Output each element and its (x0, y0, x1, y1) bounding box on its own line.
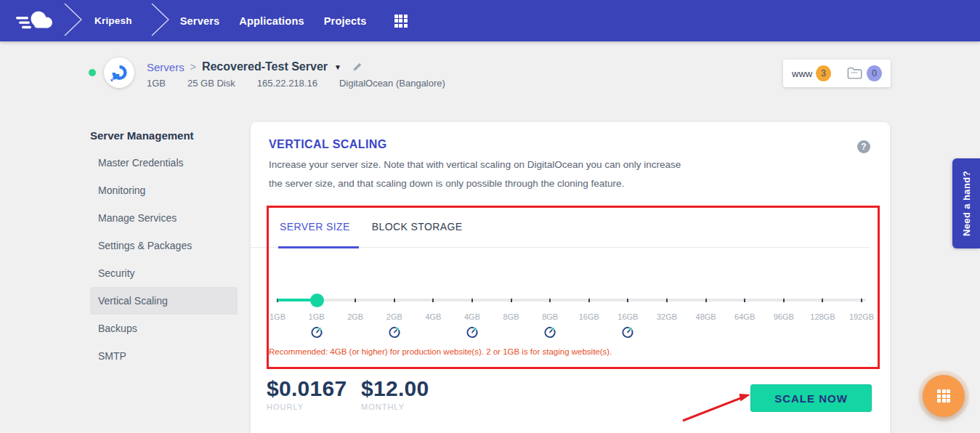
slider-stop-label: 4GB (425, 312, 441, 321)
slider-stop-label: 32GB (657, 312, 677, 321)
server-status-dot (89, 69, 96, 76)
apps-grid-icon[interactable] (394, 15, 408, 28)
nav-item-projects[interactable]: Projects (324, 15, 367, 27)
slider-tick[interactable] (471, 299, 473, 302)
slider-stop-label: 96GB (774, 312, 794, 321)
server-header-badges: www 3 www 0 (783, 60, 891, 87)
sidebar-item-security[interactable]: Security (90, 259, 238, 287)
projects-count-badge[interactable]: 0 (867, 65, 882, 81)
breadcrumb-separator: > (190, 61, 196, 73)
need-a-hand-label: Need a hand? (961, 171, 972, 236)
nav-item-applications[interactable]: Applications (239, 15, 304, 27)
tab-server-size[interactable]: SERVER SIZE (280, 221, 350, 247)
breadcrumb-chevron-icon (64, 3, 83, 39)
slider-handle[interactable] (310, 294, 324, 307)
monthly-price: $12.00 MONTHLY (361, 376, 429, 411)
need-a-hand-tab[interactable]: Need a hand? (952, 158, 980, 248)
server-dropdown-caret-icon[interactable]: ▼ (334, 63, 341, 71)
premium-gauge-icon (621, 325, 635, 339)
vertical-scaling-panel: VERTICAL SCALING ? Increase your server … (251, 122, 890, 433)
premium-gauge-icon (466, 325, 479, 339)
sidebar-item-settings-packages[interactable]: Settings & Packages (90, 232, 238, 259)
server-ram: 1GB (147, 78, 166, 89)
slider-tick[interactable] (432, 299, 434, 302)
slider-stop-label: 16GB (617, 312, 638, 321)
sidebar-item-backups[interactable]: Backups (90, 315, 238, 342)
slider-stop-label: 64GB (734, 312, 755, 321)
grid-icon (937, 389, 950, 402)
server-specs: 1GB 25 GB Disk 165.22.218.16 DigitalOcea… (147, 78, 467, 89)
slider-stop-label: 1GB (270, 312, 286, 321)
premium-gauge-icon (309, 325, 323, 339)
slider-stop-label: 48GB (696, 312, 716, 321)
projects-folder-icon: www (847, 66, 863, 81)
server-provider: DigitalOcean (Bangalore) (339, 78, 445, 89)
sidebar: Server Management Master CredentialsMoni… (90, 121, 238, 370)
slider-tick[interactable] (511, 299, 512, 302)
slider-stop-label: 128GB (810, 312, 835, 321)
breadcrumb: Servers > Recovered-Test Server ▼ (147, 60, 362, 73)
slider-stop-label: 2GB (347, 312, 363, 321)
slider-stop-label: 16GB (579, 312, 599, 321)
scale-now-button[interactable]: SCALE NOW (750, 384, 872, 412)
recommendation-note: Recommended: 4GB (or higher) for product… (269, 347, 612, 356)
scaling-tabs: SERVER SIZEBLOCK STORAGE (251, 221, 870, 248)
apps-count-badge[interactable]: 3 (816, 65, 831, 81)
nav-item-servers[interactable]: Servers (180, 15, 220, 27)
description-line-2: the server size, and that scaling down i… (269, 174, 681, 193)
page-description: Increase your server size. Note that wit… (269, 155, 681, 193)
slider-stop-label: 2GB (386, 312, 402, 321)
hourly-price-value: $0.0167 (267, 376, 347, 401)
slider-stop-label: 1GB (309, 312, 325, 321)
top-navigation-bar: Kripesh ServersApplicationsProjects (0, 0, 980, 41)
slider-tick[interactable] (822, 299, 823, 302)
slider-tick[interactable] (394, 299, 395, 302)
slider-stop-label: 8GB (503, 312, 519, 321)
server-disk: 25 GB Disk (187, 78, 235, 89)
slider-tick[interactable] (705, 299, 707, 302)
slider-tick[interactable] (783, 299, 785, 302)
breadcrumb-chevron-icon (151, 3, 170, 39)
slider-stop-label: 192GB (849, 312, 874, 321)
slider-tick[interactable] (666, 299, 668, 302)
hourly-price: $0.0167 HOURLY (267, 376, 347, 411)
digitalocean-logo-icon (104, 57, 134, 88)
slider-tick[interactable] (744, 299, 745, 302)
slider-tick[interactable] (588, 299, 590, 302)
slider-tick[interactable] (627, 299, 628, 302)
sidebar-item-vertical-scaling[interactable]: Vertical Scaling (90, 287, 238, 315)
help-icon[interactable]: ? (857, 140, 870, 153)
slider-stop-label: 4GB (464, 312, 480, 321)
slider-tick[interactable] (861, 299, 862, 302)
topbar-nav: ServersApplicationsProjects (180, 15, 367, 27)
hourly-price-label: HOURLY (267, 402, 347, 411)
slider-tick[interactable] (549, 299, 551, 302)
slider-track[interactable] (278, 299, 866, 302)
cloudways-logo-icon[interactable] (16, 7, 55, 35)
apps-badge-label: www (792, 68, 812, 79)
premium-gauge-icon (387, 325, 401, 339)
sidebar-item-master-credentials[interactable]: Master Credentials (90, 149, 238, 177)
server-name: Recovered-Test Server (202, 60, 328, 73)
slider-stop-label: 8GB (542, 312, 558, 321)
account-name[interactable]: Kripesh (94, 15, 132, 26)
premium-gauge-icon (543, 325, 557, 339)
sidebar-title: Server Management (90, 121, 238, 149)
quick-actions-fab[interactable] (923, 375, 965, 417)
edit-server-name-icon[interactable] (352, 62, 362, 72)
description-line-1: Increase your server size. Note that wit… (269, 155, 681, 174)
slider-tick[interactable] (355, 299, 356, 302)
monthly-price-value: $12.00 (361, 376, 429, 401)
page-title: VERTICAL SCALING (269, 138, 387, 151)
svg-text:www: www (851, 70, 858, 74)
tab-block-storage[interactable]: BLOCK STORAGE (372, 221, 463, 247)
monthly-price-label: MONTHLY (361, 402, 429, 411)
breadcrumb-servers-link[interactable]: Servers (147, 61, 185, 73)
server-ip: 165.22.218.16 (257, 78, 317, 89)
sidebar-items: Master CredentialsMonitoringManage Servi… (90, 149, 238, 370)
slider-tick[interactable] (277, 299, 278, 302)
sidebar-item-manage-services[interactable]: Manage Services (90, 204, 238, 232)
sidebar-item-smtp[interactable]: SMTP (90, 342, 238, 370)
sidebar-item-monitoring[interactable]: Monitoring (90, 177, 238, 204)
